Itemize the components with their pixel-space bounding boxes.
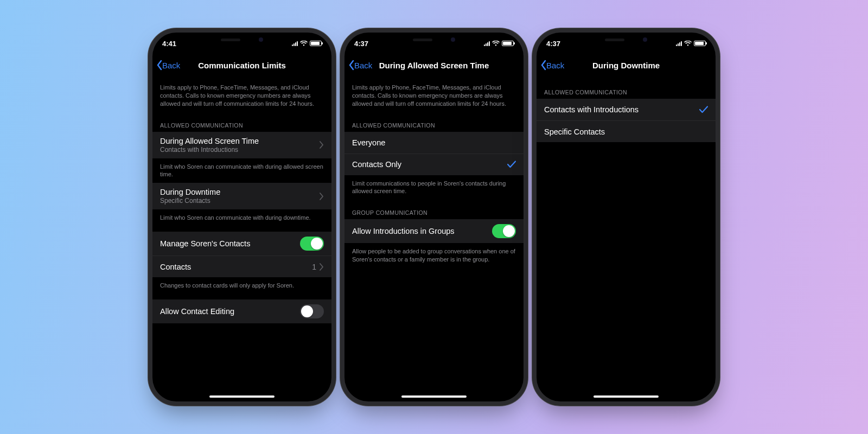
- phone-during-downtime: 4:37 Back During Downtime ALLOWED COMMUN…: [537, 33, 716, 401]
- phone-communication-limits: 4:41 Back Communication Limits Limits ap…: [152, 33, 331, 401]
- row-allow-introductions[interactable]: Allow Introductions in Groups: [344, 219, 524, 243]
- section-footer: Allow people to be added to group conver…: [344, 243, 524, 268]
- back-label: Back: [162, 61, 180, 70]
- row-label: Allow Contact Editing: [160, 307, 234, 316]
- content: ALLOWED COMMUNICATION Contacts with Intr…: [537, 76, 716, 401]
- row-during-allowed[interactable]: During Allowed Screen Time Contacts with…: [152, 132, 331, 158]
- clock: 4:37: [354, 40, 368, 48]
- back-label: Back: [546, 61, 564, 70]
- wifi-icon: [684, 41, 692, 46]
- row-label: Allow Introductions in Groups: [352, 227, 455, 235]
- row-subtitle: Specific Contacts: [160, 197, 320, 205]
- option-everyone[interactable]: Everyone: [344, 132, 524, 154]
- battery-icon: [502, 41, 514, 46]
- notch: [201, 33, 283, 47]
- nav-bar: Back During Downtime: [537, 54, 716, 76]
- row-label: During Downtime: [160, 188, 320, 196]
- section-header-allowed: ALLOWED COMMUNICATION: [537, 76, 716, 99]
- row-label: Everyone: [352, 138, 385, 147]
- row-during-downtime[interactable]: During Downtime Specific Contacts: [152, 183, 331, 209]
- cellular-icon: [484, 41, 490, 46]
- row-label: Contacts with Introductions: [544, 105, 639, 114]
- option-contacts-introductions[interactable]: Contacts with Introductions: [537, 99, 716, 120]
- clock: 4:41: [162, 40, 176, 48]
- home-indicator[interactable]: [209, 395, 275, 398]
- back-label: Back: [354, 61, 372, 70]
- section-header-allowed: ALLOWED COMMUNICATION: [344, 112, 524, 132]
- row-label: Manage Soren's Contacts: [160, 239, 250, 248]
- toggle-manage-contacts[interactable]: [300, 237, 324, 251]
- toggle-allow-introductions[interactable]: [492, 224, 516, 238]
- content: Limits apply to Phone, FaceTime, Message…: [344, 76, 524, 401]
- nav-bar: Back During Allowed Screen Time: [344, 54, 524, 76]
- section-footer: Limit who Soren can communicate with dur…: [152, 158, 331, 183]
- notch: [585, 33, 667, 47]
- chevron-right-icon: [320, 193, 324, 200]
- section-header-allowed: ALLOWED COMMUNICATION: [152, 112, 331, 132]
- chevron-right-icon: [320, 263, 324, 271]
- row-label: Specific Contacts: [544, 127, 605, 136]
- section-footer: Limit communications to people in Soren'…: [344, 175, 524, 200]
- back-button[interactable]: Back: [348, 60, 372, 71]
- phone-during-allowed: 4:37 Back During Allowed Screen Time Lim…: [344, 33, 524, 401]
- section-header-group: GROUP COMMUNICATION: [344, 200, 524, 219]
- content: Limits apply to Phone, FaceTime, Message…: [152, 76, 331, 401]
- toggle-allow-contact-editing[interactable]: [300, 304, 324, 318]
- home-indicator[interactable]: [401, 395, 467, 398]
- row-label: Contacts Only: [352, 160, 401, 169]
- checkmark-icon: [699, 106, 708, 113]
- chevron-right-icon: [320, 141, 324, 149]
- nav-bar: Back Communication Limits: [152, 54, 331, 76]
- wifi-icon: [300, 41, 308, 46]
- row-allow-contact-editing[interactable]: Allow Contact Editing: [152, 299, 331, 323]
- battery-icon: [310, 41, 322, 46]
- row-label: Contacts: [160, 263, 191, 271]
- row-contacts[interactable]: Contacts 1: [152, 256, 331, 277]
- cellular-icon: [292, 41, 298, 46]
- battery-icon: [694, 41, 706, 46]
- row-manage-contacts[interactable]: Manage Soren's Contacts: [152, 232, 331, 256]
- back-button[interactable]: Back: [540, 60, 564, 71]
- row-label: During Allowed Screen Time: [160, 137, 320, 145]
- back-button[interactable]: Back: [156, 60, 180, 71]
- option-specific-contacts[interactable]: Specific Contacts: [537, 120, 716, 142]
- cellular-icon: [676, 41, 682, 46]
- clock: 4:37: [546, 40, 560, 48]
- wifi-icon: [492, 41, 500, 46]
- section-footer: Limit who Soren can communicate with dur…: [152, 209, 331, 226]
- header-description: Limits apply to Phone, FaceTime, Message…: [152, 76, 331, 112]
- notch: [393, 33, 475, 47]
- row-value: 1: [312, 263, 316, 271]
- section-footer: Changes to contact cards will only apply…: [152, 277, 331, 294]
- option-contacts-only[interactable]: Contacts Only: [344, 154, 524, 175]
- header-description: Limits apply to Phone, FaceTime, Message…: [344, 76, 524, 112]
- row-subtitle: Contacts with Introductions: [160, 146, 320, 154]
- home-indicator[interactable]: [593, 395, 659, 398]
- checkmark-icon: [507, 161, 516, 168]
